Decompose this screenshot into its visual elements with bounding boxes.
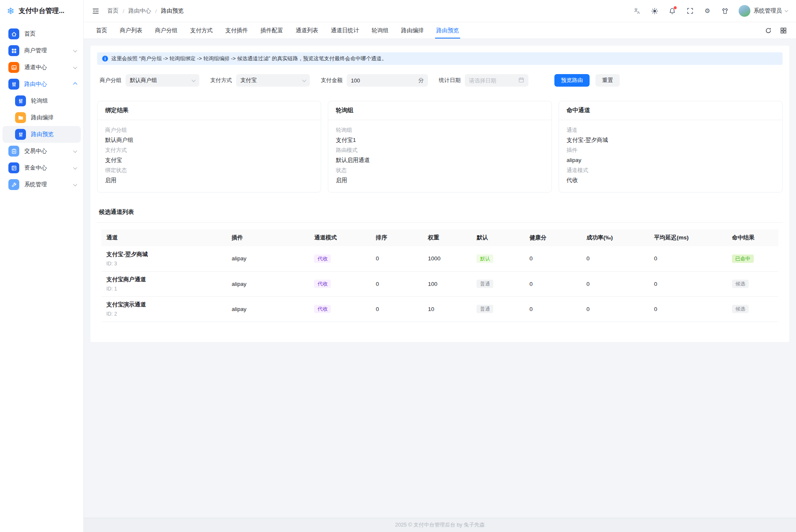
settings-gear-icon[interactable]: ⚙ — [703, 7, 712, 15]
col-weight: 权重 — [423, 229, 471, 246]
binding-result-card: 绑定结果 商户分组 默认商户组 支付方式 支付宝 绑定状态 启用 — [97, 101, 321, 193]
channel-name: 支付宝商户通道 — [106, 276, 222, 283]
amount-label: 支付金额 — [321, 77, 343, 84]
channel-card-icon — [8, 62, 19, 73]
theme-shirt-icon[interactable] — [721, 7, 729, 15]
tab-pay-plugin[interactable]: 支付插件 — [219, 22, 254, 39]
polling-group-card: 轮询组 轮询组 支付宝1 路由模式 默认启用通道 状态 启用 — [328, 101, 552, 193]
logo: ❄ 支付中台管理... — [0, 0, 83, 22]
tab-merchant-list[interactable]: 商户列表 — [113, 22, 149, 39]
sidebar-item-label: 资金中心 — [24, 164, 69, 172]
cell-plugin: alipay — [227, 246, 309, 271]
sidebar-item-label: 轮询组 — [31, 97, 77, 105]
sidebar-item-merchant[interactable]: 商户管理 — [3, 42, 81, 59]
channel-name: 支付宝-翌夕商城 — [106, 251, 222, 258]
field-value: 默认启用通道 — [336, 155, 544, 165]
tab-plugin-config[interactable]: 插件配置 — [254, 22, 289, 39]
translate-icon[interactable]: 文A — [633, 7, 641, 15]
sidebar-item-route-orchestration[interactable]: 路由编排 — [3, 109, 81, 126]
hit-result-tag: 已命中 — [732, 254, 754, 263]
svg-text:A: A — [637, 10, 640, 15]
app-title: 支付中台管理... — [18, 7, 64, 15]
sliders-icon — [8, 79, 19, 90]
chevron-up-icon — [73, 82, 77, 86]
calendar-icon — [518, 77, 524, 84]
tab-channel-list[interactable]: 通道列表 — [289, 22, 325, 39]
tab-polling-group[interactable]: 轮询组 — [366, 22, 395, 39]
stat-date-label: 统计日期 — [439, 77, 461, 84]
tab-home[interactable]: 首页 — [90, 22, 113, 39]
amount-suffix: 分 — [415, 77, 424, 84]
merchant-group-select[interactable]: 默认商户组 — [126, 74, 199, 87]
hit-result-tag: 候选 — [732, 280, 749, 288]
chevron-down-icon — [73, 165, 77, 170]
pay-method-select[interactable]: 支付宝 — [236, 74, 310, 87]
field-label: 绑定状态 — [105, 165, 313, 175]
col-hit-result: 命中结果 — [727, 229, 778, 246]
tabbar: 首页 商户列表 商户分组 支付方式 支付插件 插件配置 通道列表 通道日统计 轮… — [84, 22, 796, 39]
breadcrumb-home[interactable]: 首页 — [107, 7, 118, 15]
amount-input[interactable] — [351, 77, 415, 84]
tab-route-preview[interactable]: 路由预览 — [430, 22, 465, 39]
card-title: 绑定结果 — [98, 101, 321, 120]
default-tag: 默认 — [477, 254, 493, 263]
channel-id: ID: 1 — [106, 286, 222, 292]
layout-grid-icon[interactable] — [779, 26, 788, 35]
sidebar-item-home[interactable]: 首页 — [3, 26, 81, 42]
user-name: 系统管理员 — [754, 7, 782, 15]
sidebar-item-system[interactable]: 系统管理 — [3, 176, 81, 193]
tab-pay-method[interactable]: 支付方式 — [184, 22, 219, 39]
snowflake-logo-icon: ❄ — [7, 7, 14, 16]
sidebar-item-trade-center[interactable]: 交易中心 — [3, 143, 81, 159]
field-value: 支付宝1 — [336, 135, 544, 145]
amount-field-wrap: 分 — [347, 74, 428, 87]
chevron-down-icon — [192, 78, 196, 82]
chevron-down-icon — [73, 149, 77, 153]
card-title: 轮询组 — [328, 101, 551, 120]
candidate-channel-list-title: 候选通道列表 — [97, 208, 783, 223]
table-row: 支付宝-翌夕商城ID: 3 alipay 代收 0 1000 默认 0 0 0 … — [101, 246, 778, 271]
theme-sun-icon[interactable] — [651, 7, 659, 15]
preview-route-button[interactable]: 预览路由 — [554, 74, 590, 87]
col-success-rate: 成功率(‰) — [581, 229, 649, 246]
content-area: i 这里会按照 “商户分组 -> 轮询组绑定 -> 轮询组编排 -> 候选通道过… — [84, 39, 796, 518]
tools-icon — [8, 179, 19, 190]
fullscreen-icon[interactable] — [686, 7, 694, 15]
sidebar-item-fund-center[interactable]: 资金中心 — [3, 159, 81, 176]
date-input[interactable] — [469, 77, 518, 84]
ledger-icon — [8, 162, 19, 173]
field-label: 状态 — [336, 165, 544, 175]
breadcrumb-separator: / — [155, 8, 157, 14]
default-tag: 普通 — [477, 280, 493, 288]
info-icon: i — [102, 56, 108, 62]
cell-health: 0 — [525, 296, 582, 321]
reset-button[interactable]: 重置 — [595, 74, 620, 87]
field-value: 支付宝 — [105, 155, 313, 165]
cell-avg-delay: 0 — [649, 296, 727, 321]
field-label: 轮询组 — [336, 125, 544, 135]
sidebar-item-route-preview[interactable]: 路由预览 — [3, 126, 81, 143]
field-label: 插件 — [567, 145, 775, 155]
notification-bell-icon[interactable] — [668, 7, 677, 15]
menu-fold-icon[interactable] — [91, 7, 100, 15]
table-row: 支付宝商户通道ID: 1 alipay 代收 0 100 普通 0 0 0 候选 — [101, 271, 778, 296]
channel-id: ID: 3 — [106, 261, 222, 267]
breadcrumb-separator: / — [123, 8, 124, 14]
notification-dot — [674, 6, 677, 9]
sidebar-item-label: 系统管理 — [24, 181, 69, 188]
user-menu[interactable]: 系统管理员 — [739, 5, 788, 17]
mode-tag: 代收 — [314, 280, 331, 288]
alert-text: 这里会按照 “商户分组 -> 轮询组绑定 -> 轮询组编排 -> 候选通道过滤”… — [111, 55, 387, 62]
cell-success-rate: 0 — [581, 246, 649, 271]
refresh-icon[interactable] — [764, 26, 773, 35]
tab-channel-daily-stats[interactable]: 通道日统计 — [325, 22, 366, 39]
sidebar-item-route-center[interactable]: 路由中心 — [3, 76, 81, 93]
tab-route-orchestration[interactable]: 路由编排 — [395, 22, 430, 39]
cell-avg-delay: 0 — [649, 271, 727, 296]
sidebar-item-polling-group[interactable]: 轮询组 — [3, 93, 81, 109]
tab-merchant-group[interactable]: 商户分组 — [149, 22, 184, 39]
field-value: alipay — [567, 155, 775, 165]
field-label: 路由模式 — [336, 145, 544, 155]
sidebar-item-channel-center[interactable]: 通道中心 — [3, 59, 81, 76]
breadcrumb-route-center[interactable]: 路由中心 — [129, 7, 151, 15]
